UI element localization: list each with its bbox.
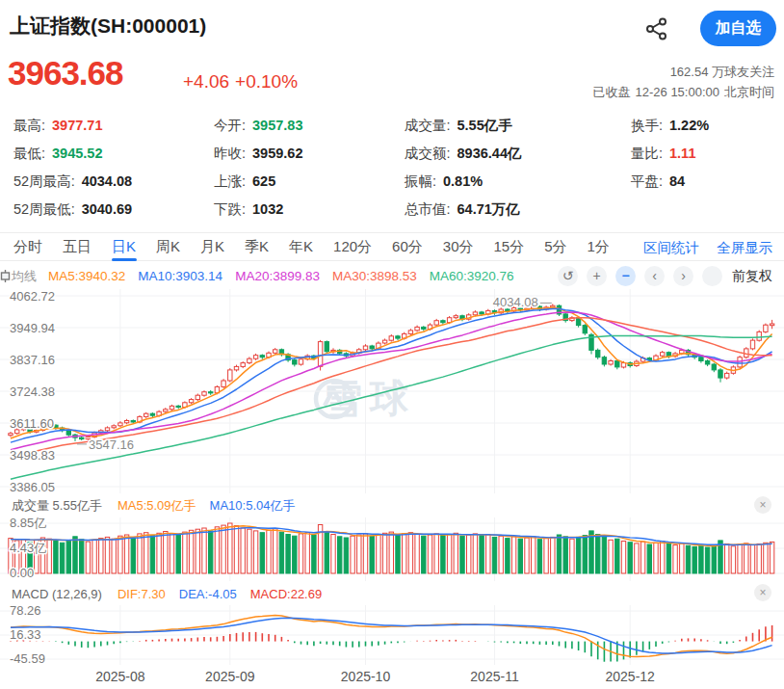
macd-items: DIF:7.30DEA:-4.05MACD:22.69	[118, 587, 335, 601]
ma-legend-item: MA60:3920.76	[430, 269, 514, 283]
stats-grid: 最高:3977.71最低:3945.5252周最高:4034.0852周最低:3…	[13, 112, 776, 224]
stat-item: 昨收:3959.62	[214, 140, 405, 168]
stat-item: 成交量:5.55亿手	[405, 112, 631, 140]
stat-item: 下跌:1032	[214, 196, 405, 224]
stat-value: 3959.62	[252, 146, 302, 161]
stat-item: 52周最低:3040.69	[13, 196, 214, 224]
tab-60分[interactable]: 60分	[392, 232, 423, 261]
stat-value: 84	[669, 173, 685, 189]
low-annotation: 3547.16	[89, 437, 134, 452]
stat-value: 625	[252, 173, 275, 189]
stats-column: 换手:1.22%量比:1.11平盘:84	[631, 112, 776, 224]
ma-legend-item: MA30:3898.53	[332, 269, 417, 283]
tab-日K[interactable]: 日K	[112, 232, 136, 261]
macd-value-label: MACD:22.69	[250, 587, 322, 601]
link-全屏显示[interactable]: 全屏显示	[717, 239, 772, 257]
add-watchlist-button[interactable]: 加自选	[700, 11, 776, 46]
stat-label: 下跌:	[214, 201, 246, 217]
macd-title: MACD (12,26,9)	[12, 587, 102, 601]
pan-left-button[interactable]: ‹	[644, 266, 665, 286]
stat-label: 今开:	[214, 118, 246, 133]
stat-value: 4034.08	[82, 173, 132, 189]
x-axis-label: 2025-08	[95, 669, 144, 684]
svg-text:16.33: 16.33	[10, 627, 41, 642]
period-tab-bar: 分时五日日K周K月K季K年K120分60分30分15分5分1分 区间统计全屏显示	[0, 232, 784, 261]
tab-五日[interactable]: 五日	[63, 232, 91, 261]
change-amount: +4.06	[183, 71, 229, 92]
tab-季K[interactable]: 季K	[245, 232, 269, 261]
candle-style-button[interactable]	[702, 266, 722, 286]
stat-value: 0.81%	[443, 173, 483, 189]
stat-item: 量比:1.11	[631, 140, 776, 168]
tab-15分[interactable]: 15分	[493, 232, 524, 261]
link-区间统计[interactable]: 区间统计	[643, 239, 699, 257]
ma-legend-items: MA5:3940.32MA10:3903.14MA20:3899.83MA30:…	[48, 269, 527, 283]
stat-value: 1032	[252, 201, 283, 217]
market-status-label: 已收盘	[593, 85, 631, 99]
tab-月K[interactable]: 月K	[200, 232, 224, 261]
macd-pane-header: MACD (12,26,9) DIF:7.30DEA:-4.05MACD:22.…	[0, 583, 784, 604]
tab-120分[interactable]: 120分	[333, 232, 372, 261]
tab-5分[interactable]: 5分	[544, 232, 566, 261]
stat-value: 3945.52	[52, 146, 102, 161]
svg-text:3386.05: 3386.05	[10, 480, 55, 494]
svg-text:3949.94: 3949.94	[10, 321, 55, 335]
tab-周K[interactable]: 周K	[156, 232, 180, 261]
chart-toolbar: ↺ + − ‹ › 前复权	[549, 266, 772, 286]
macd-chart[interactable]: 78.2616.33-45.59	[0, 605, 784, 665]
stat-label: 52周最低:	[13, 201, 75, 217]
ma-prefix-label: 均线	[12, 268, 37, 285]
volume-ma-label: MA5:5.09亿手	[118, 497, 196, 515]
adjust-mode-label[interactable]: 前复权	[732, 268, 772, 285]
ma-legend-item: MA5:3940.32	[48, 269, 125, 283]
svg-text:3611.60: 3611.60	[10, 416, 54, 431]
volume-title: 成交量 5.55亿手	[12, 497, 102, 515]
stat-value: 3957.83	[252, 118, 302, 133]
share-icon[interactable]	[643, 15, 670, 42]
stat-label: 成交量:	[405, 118, 451, 133]
stat-item: 平盘:84	[631, 168, 776, 196]
volume-pane-header: 成交量 5.55亿手 MA5:5.09亿手MA10:5.04亿手 ×	[0, 495, 784, 517]
share-icon-glyph	[643, 15, 670, 42]
stat-item: 成交额:8936.44亿	[405, 140, 631, 168]
stat-label: 上涨:	[214, 173, 246, 189]
ma-legend-item: MA20:3899.83	[235, 269, 320, 283]
candlestick-icon	[0, 270, 11, 282]
x-axis: 2025-082025-092025-102025-112025-12	[0, 665, 784, 689]
svg-text:4.43亿: 4.43亿	[10, 541, 46, 555]
x-axis-label: 2025-09	[205, 669, 254, 684]
tab-分时[interactable]: 分时	[13, 232, 42, 261]
tab-30分[interactable]: 30分	[443, 232, 474, 261]
volume-ma-items: MA5:5.09亿手MA10:5.04亿手	[118, 497, 309, 515]
stat-value: 64.71万亿	[457, 201, 520, 217]
svg-text:3498.83: 3498.83	[10, 448, 55, 463]
stat-value: 3040.69	[82, 201, 132, 217]
stat-value: 8936.44亿	[457, 146, 522, 161]
pan-right-button[interactable]: ›	[673, 266, 693, 286]
x-axis-label: 2025-10	[341, 669, 390, 684]
tab-1分[interactable]: 1分	[588, 232, 610, 261]
stat-value: 5.55亿手	[457, 118, 512, 133]
stats-column: 今开:3957.83昨收:3959.62上涨:625下跌:1032	[214, 112, 405, 224]
candlestick-chart[interactable]: 4062.723949.943837.163724.383611.603498.…	[0, 289, 784, 493]
stat-value: 3977.71	[52, 118, 102, 133]
close-volume-pane-button[interactable]: ×	[754, 496, 771, 514]
volume-chart[interactable]: 8.85亿4.43亿0.00	[0, 517, 784, 581]
x-axis-label: 2025-12	[605, 669, 654, 684]
stat-label: 量比:	[631, 146, 663, 161]
stat-label: 成交额:	[405, 146, 451, 161]
stat-label: 换手:	[631, 118, 663, 133]
tab-年K[interactable]: 年K	[289, 232, 313, 261]
stats-column: 最高:3977.71最低:3945.5252周最高:4034.0852周最低:3…	[13, 112, 214, 224]
close-macd-pane-button[interactable]: ×	[754, 584, 771, 601]
volume-ma-label: MA10:5.04亿手	[210, 497, 296, 515]
stat-label: 昨收:	[214, 146, 246, 161]
reset-zoom-button[interactable]: ↺	[558, 266, 578, 286]
zoom-in-button[interactable]: +	[587, 266, 607, 286]
current-price: 3963.68	[8, 54, 123, 93]
high-annotation: 4034.08	[493, 295, 538, 309]
tab-list: 分时五日日K周K月K季K年K120分60分30分15分5分1分	[13, 232, 630, 261]
followers-count: 162.54 万球友关注	[588, 62, 774, 82]
stat-value: 1.11	[669, 146, 695, 161]
zoom-out-button[interactable]: −	[615, 266, 636, 286]
